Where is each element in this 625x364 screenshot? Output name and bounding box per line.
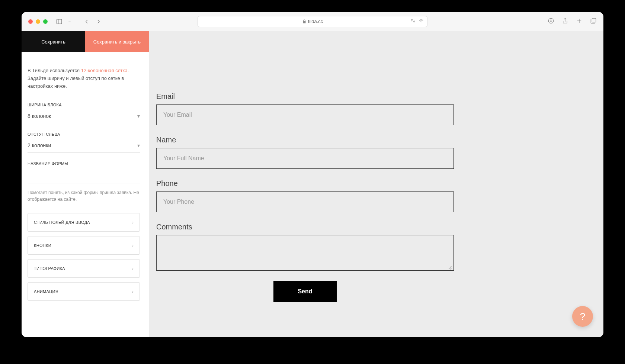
placeholder-text: Your Phone (163, 199, 194, 205)
svg-rect-6 (592, 18, 596, 22)
offset-left-label: ОТСТУП СЛЕВА (28, 132, 140, 136)
save-close-button[interactable]: Сохранить и закрыть (85, 31, 149, 52)
caret-down-icon: ▾ (137, 113, 140, 119)
offset-left-select[interactable]: 2 колонки ▾ (28, 140, 140, 152)
chevron-right-icon: › (132, 243, 134, 248)
question-icon: ? (580, 311, 585, 322)
submit-button[interactable]: Send (273, 281, 337, 302)
field-comments-label: Comments (156, 223, 454, 231)
field-name-label: Name (156, 136, 454, 144)
hint-text-suffix: Задайте ширину и левый отступ по сетке в… (28, 75, 124, 89)
maximize-window-button[interactable] (43, 19, 48, 24)
field-name-input[interactable]: Your Full Name (156, 148, 454, 169)
lock-icon (302, 19, 307, 24)
share-icon[interactable] (562, 17, 568, 26)
placeholder-text: Your Email (163, 112, 192, 118)
accordion-label: АНИМАЦИЯ (34, 289, 58, 294)
hint-text-prefix: В Тильде используется (28, 68, 81, 73)
reload-icon[interactable] (419, 18, 424, 25)
browser-titlebar: tilda.cc (22, 12, 603, 31)
field-comments-textarea[interactable] (156, 235, 454, 271)
address-bar-right (410, 18, 424, 25)
new-tab-icon[interactable] (576, 17, 583, 26)
form-preview: Email Your Email Name Your Full Name Pho… (156, 92, 454, 302)
dropdown-chevron-icon[interactable] (68, 18, 71, 25)
window-controls (28, 19, 48, 24)
browser-window: tilda.cc Сохранить Сохранить и закрыть В… (22, 12, 603, 337)
field-name: Name Your Full Name (156, 136, 454, 169)
close-window-button[interactable] (28, 19, 33, 24)
accordion-animation[interactable]: АНИМАЦИЯ › (28, 282, 140, 301)
chevron-right-icon: › (132, 289, 134, 294)
offset-left-section: ОТСТУП СЛЕВА 2 колонки ▾ (28, 132, 140, 152)
svg-rect-0 (57, 19, 62, 24)
offset-left-value: 2 колонки (28, 142, 51, 148)
placeholder-text: Your Full Name (163, 155, 204, 162)
sidebar-actions: Сохранить Сохранить и закрыть (22, 31, 149, 52)
translate-icon[interactable] (410, 18, 416, 25)
block-width-select[interactable]: 8 колонок ▾ (28, 111, 140, 123)
url-text: tilda.cc (308, 19, 323, 24)
submit-label: Send (298, 288, 312, 295)
chevron-right-icon: › (132, 266, 134, 271)
sidebar-toggle-icon[interactable] (56, 18, 62, 25)
form-name-input[interactable] (28, 170, 140, 184)
address-bar[interactable]: tilda.cc (197, 16, 428, 27)
accordion-typography[interactable]: ТИПОГРАФИКА › (28, 259, 140, 278)
field-phone: Phone Your Phone (156, 179, 454, 212)
chevron-right-icon: › (132, 220, 134, 225)
grid-hint: В Тильде используется 12-колоночная сетк… (28, 67, 140, 94)
caret-down-icon: ▾ (137, 142, 140, 148)
toolbar-left-group (56, 18, 102, 25)
resize-handle-icon[interactable] (448, 265, 452, 269)
canvas: Email Your Email Name Your Full Name Pho… (149, 31, 603, 337)
accordion: СТИЛЬ ПОЛЕЙ ДЛЯ ВВОДА › КНОПКИ › ТИПОГРА… (28, 213, 140, 301)
block-width-value: 8 колонок (28, 113, 51, 119)
form-name-label: НАЗВАНИЕ ФОРМЫ (28, 161, 140, 166)
accordion-label: СТИЛЬ ПОЛЕЙ ДЛЯ ВВОДА (34, 220, 90, 225)
settings-sidebar: Сохранить Сохранить и закрыть В Тильде и… (22, 31, 149, 337)
back-icon[interactable] (83, 18, 90, 25)
accordion-buttons[interactable]: КНОПКИ › (28, 236, 140, 255)
field-email-label: Email (156, 92, 454, 101)
field-phone-label: Phone (156, 179, 454, 188)
block-width-label: ШИРИНА БЛОКА (28, 103, 140, 107)
accordion-input-style[interactable]: СТИЛЬ ПОЛЕЙ ДЛЯ ВВОДА › (28, 213, 140, 232)
tabs-icon[interactable] (590, 17, 597, 26)
grid-link[interactable]: 12-колоночная сетка. (81, 68, 129, 73)
accordion-label: КНОПКИ (34, 243, 51, 248)
field-email-input[interactable]: Your Email (156, 104, 454, 125)
form-name-hint: Помогает понять, из какой формы пришла з… (28, 189, 140, 203)
sidebar-panel: В Тильде используется 12-колоночная сетк… (22, 52, 149, 308)
field-comments: Comments (156, 223, 454, 271)
app-content: Сохранить Сохранить и закрыть В Тильде и… (22, 31, 603, 337)
toolbar-right-group (548, 17, 597, 26)
field-phone-input[interactable]: Your Phone (156, 191, 454, 212)
form-name-section: НАЗВАНИЕ ФОРМЫ Помогает понять, из какой… (28, 161, 140, 203)
help-fab[interactable]: ? (572, 306, 593, 327)
minimize-window-button[interactable] (36, 19, 40, 24)
field-email: Email Your Email (156, 92, 454, 125)
downloads-icon[interactable] (548, 17, 554, 26)
accordion-label: ТИПОГРАФИКА (34, 266, 65, 271)
forward-icon[interactable] (95, 18, 102, 25)
save-button[interactable]: Сохранить (22, 31, 85, 52)
block-width-section: ШИРИНА БЛОКА 8 колонок ▾ (28, 103, 140, 123)
